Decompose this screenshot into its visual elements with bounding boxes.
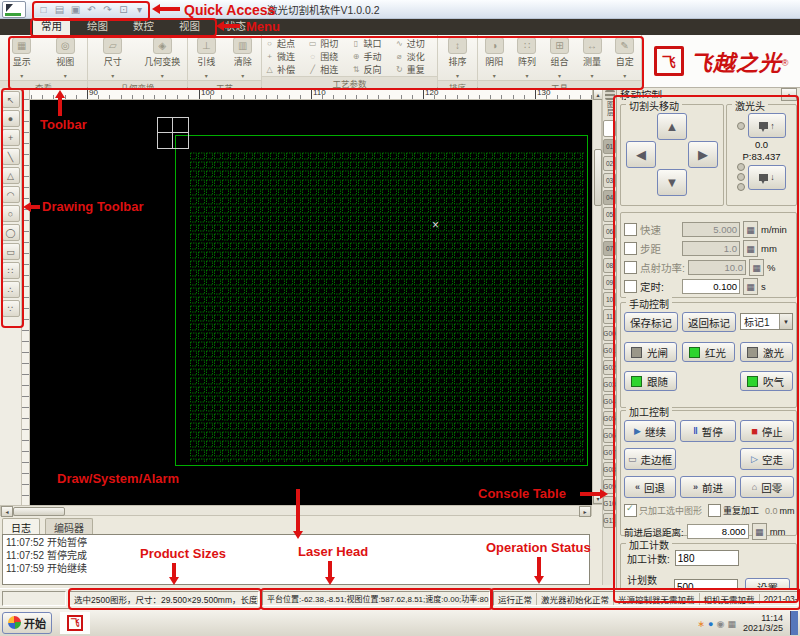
ribbon-small-button[interactable]: ▯ 缺口 — [352, 37, 390, 50]
draw-tool-button[interactable]: ● — [2, 110, 20, 127]
led-toggle-button[interactable]: 激光 — [740, 342, 793, 362]
collapse-up-icon[interactable]: ▲ — [781, 88, 797, 101]
param-checkbox[interactable] — [624, 242, 637, 255]
ribbon-button[interactable]: ◑ 阴阳 — [479, 37, 510, 80]
param-value-field[interactable]: 0.100 — [682, 279, 740, 294]
scroll-right-icon[interactable]: ▸ — [579, 506, 591, 517]
layer-button[interactable]: G10 — [603, 496, 616, 511]
process-button[interactable]: » 前进 — [680, 476, 736, 498]
layer-button[interactable]: 08 — [603, 258, 616, 273]
draw-tool-button[interactable]: ∴ — [2, 281, 20, 298]
tray-icon[interactable]: ∗ — [697, 619, 705, 629]
menu-tab[interactable]: 视图 — [171, 17, 208, 35]
keypad-icon[interactable] — [743, 221, 758, 238]
menu-tab[interactable]: 数控 — [125, 17, 162, 35]
repeat-checkbox[interactable] — [708, 504, 721, 517]
param-value-field[interactable]: 5.000 — [682, 222, 740, 237]
taskbar-app-button[interactable]: 飞 — [60, 612, 90, 634]
layer-button[interactable]: G06 — [603, 428, 616, 443]
menu-tab[interactable]: 状态 — [217, 17, 254, 35]
ribbon-button[interactable]: ◎ 视图 — [44, 37, 88, 80]
ribbon-small-button[interactable]: ▭ 阳切 — [308, 37, 346, 50]
quick-access-button[interactable]: ↷ — [100, 2, 115, 16]
keypad-icon[interactable] — [752, 523, 767, 540]
ribbon-button[interactable]: ◈ 几何变换 — [140, 37, 184, 80]
ribbon-small-button[interactable]: ⇅ 反向 — [352, 63, 390, 76]
drawing-canvas[interactable]: × — [30, 100, 592, 505]
layer-button[interactable]: G07 — [603, 445, 616, 460]
layer-button[interactable]: 02 — [603, 156, 616, 171]
quick-access-button[interactable]: ▾ — [132, 2, 147, 16]
quick-access-button[interactable]: ▤ — [52, 2, 67, 16]
keypad-icon[interactable] — [743, 278, 758, 295]
jog-left-button[interactable]: ◀ — [626, 141, 656, 168]
process-button[interactable]: ■ 停止 — [740, 420, 794, 442]
scrollbar-thumb[interactable] — [13, 507, 65, 516]
ribbon-small-button[interactable]: ╱ 相连 — [308, 63, 346, 76]
scroll-left-icon[interactable]: ◂ — [1, 506, 13, 517]
log-list[interactable]: 11:07:52 开始暂停 11:07:52 暂停完成 11:07:59 开始继… — [2, 534, 590, 585]
layer-button[interactable]: 09 — [603, 275, 616, 290]
ribbon-small-button[interactable]: ⌀ 淡化 — [395, 50, 433, 63]
param-value-field[interactable]: 1.0 — [682, 241, 740, 256]
jog-right-button[interactable]: ▶ — [688, 141, 718, 168]
tray-icon[interactable]: ◉ — [717, 619, 725, 629]
process-button[interactable]: ‖ 暂停 — [680, 420, 736, 442]
laser-head-up-button[interactable]: ↑ — [748, 113, 786, 138]
start-button[interactable]: 开始 — [2, 612, 52, 634]
layer-button[interactable]: G09 — [603, 479, 616, 494]
quick-access-button[interactable]: □ — [36, 2, 51, 16]
draw-tool-button[interactable]: ∵ — [2, 300, 20, 317]
distance-field[interactable]: 8.000 — [687, 524, 749, 539]
tray-icon[interactable]: ● — [708, 619, 713, 629]
draw-tool-button[interactable]: + — [2, 129, 20, 146]
ribbon-button[interactable]: ⊞ 组合 — [544, 37, 575, 80]
process-button[interactable]: ▶ 继续 — [624, 420, 676, 442]
draw-tool-button[interactable]: ○ — [2, 205, 20, 222]
ribbon-small-button[interactable]: △ 补偿 — [265, 63, 303, 76]
layer-button[interactable]: 05 — [603, 207, 616, 222]
layer-button[interactable]: G00 — [603, 326, 616, 341]
layer-button[interactable]: 01 — [603, 139, 616, 154]
quick-access-button[interactable]: ⊡ — [116, 2, 131, 16]
draw-tool-button[interactable]: ╲ — [2, 148, 20, 165]
draw-tool-button[interactable]: ↖ — [2, 91, 20, 108]
process-button[interactable]: ▭ 走边框 — [624, 448, 676, 470]
layer-button[interactable]: G05 — [603, 411, 616, 426]
layer-button[interactable]: G08 — [603, 462, 616, 477]
draw-tool-button[interactable]: ∷ — [2, 262, 20, 279]
layer-button[interactable]: G04 — [603, 394, 616, 409]
keypad-icon[interactable] — [743, 240, 758, 257]
ribbon-button[interactable]: ↔ 测量 — [577, 37, 608, 80]
ribbon-small-button[interactable]: ◌ 围绕 — [308, 50, 346, 63]
led-toggle-button[interactable]: 吹气 — [740, 371, 793, 391]
draw-tool-button[interactable]: ◯ — [2, 224, 20, 241]
menu-tab[interactable]: 常用 — [33, 17, 70, 35]
layer-button[interactable]: 06 — [603, 224, 616, 239]
ribbon-button[interactable]: ▦ 显示 — [0, 37, 44, 80]
layer-button[interactable]: 11 — [603, 309, 616, 324]
jog-down-button[interactable]: ▼ — [657, 169, 687, 196]
param-checkbox[interactable] — [624, 223, 637, 236]
keypad-icon[interactable] — [749, 259, 764, 276]
quick-access-button[interactable]: ▣ — [68, 2, 83, 16]
mark-select[interactable]: 标记1 ▼ — [740, 313, 793, 330]
ribbon-small-button[interactable]: ∿ 过切 — [395, 37, 433, 50]
layer-button[interactable]: 03 — [603, 173, 616, 188]
jog-up-button[interactable]: ▲ — [657, 113, 687, 140]
led-toggle-button[interactable]: 红光 — [682, 342, 735, 362]
show-desktop-button[interactable] — [790, 611, 798, 635]
layer-button[interactable]: G01 — [603, 343, 616, 358]
draw-tool-button[interactable]: ◠ — [2, 186, 20, 203]
count-input[interactable] — [675, 550, 739, 566]
scrollbar-thumb[interactable] — [594, 149, 602, 206]
quick-access-button[interactable]: ↶ — [84, 2, 99, 16]
param-checkbox[interactable] — [624, 280, 637, 293]
layer-button[interactable]: G11 — [603, 513, 616, 528]
ribbon-small-button[interactable]: ⊕ 手动 — [352, 50, 390, 63]
param-value-field[interactable]: 10.0 — [688, 260, 746, 275]
layer-button[interactable]: G03 — [603, 377, 616, 392]
layer-button[interactable]: G02 — [603, 360, 616, 375]
ribbon-button[interactable]: ▥ 清除 — [225, 37, 262, 80]
ribbon-button[interactable]: ↕ 排序 — [440, 37, 476, 80]
